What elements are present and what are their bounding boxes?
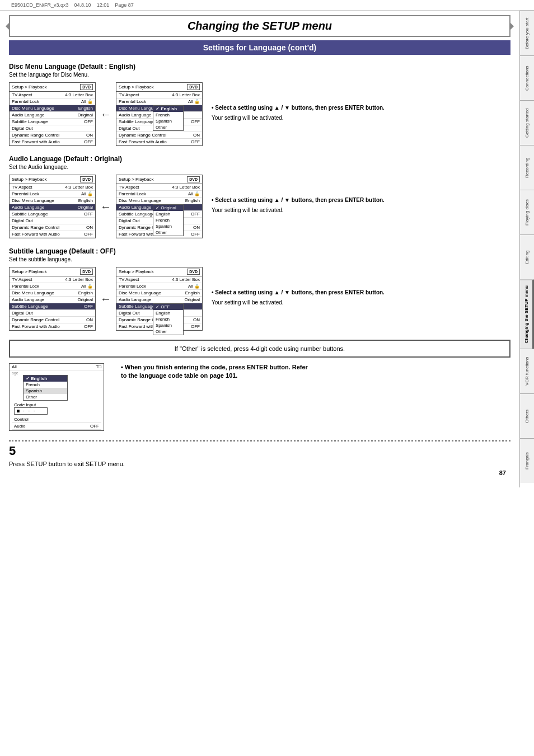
table-row: Parental LockAll 🔒 bbox=[10, 283, 95, 290]
right-panel-disc-menu: Setup > Playback DVD TV Aspect4:3 Letter… bbox=[116, 82, 203, 146]
arrow-icon: ← bbox=[100, 200, 111, 213]
arrow-icon: ← bbox=[100, 293, 111, 306]
table-row: Audio LanguageOriginal bbox=[10, 297, 95, 303]
section-disc-menu-language: Disc Menu Language (Default : English) S… bbox=[9, 63, 510, 146]
table-row: Fast Forward with AudioOFF bbox=[10, 231, 95, 238]
panels-group-disc-menu: Setup > Playback DVD TV Aspect4:3 Letter… bbox=[9, 82, 203, 146]
right-panel-header: Setup > Playback DVD bbox=[116, 83, 202, 92]
section-desc-subtitle: Set the subtitle language. bbox=[9, 256, 510, 262]
sidebar-tab-francais[interactable]: Français bbox=[520, 438, 534, 483]
step-instruction: Press SETUP button to exit SETUP menu. bbox=[9, 461, 510, 467]
right-sidebar: Before you start Connections Getting sta… bbox=[519, 11, 534, 487]
left-panel-subtitle: Setup > Playback DVD TV Aspect4:3 Letter… bbox=[9, 267, 96, 331]
step-number: 5 bbox=[9, 444, 510, 458]
table-row: Parental LockAll 🔒 bbox=[116, 283, 202, 290]
left-panel-disc-menu: Setup > Playback DVD TV Aspect4:3 Letter… bbox=[9, 82, 96, 146]
table-row: AudioOFF bbox=[12, 423, 101, 430]
table-row: Fast Forward with AudioOFF bbox=[10, 139, 95, 145]
table-row: Disc Menu LanguageEnglish bbox=[10, 198, 95, 204]
meta-bar: E9501CD_EN/FR_v3.qx3 04.8.10 12:01 Page … bbox=[0, 0, 534, 11]
right-panel-audio: Setup > Playback DVD TV Aspect4:3 Letter… bbox=[116, 175, 203, 238]
left-panel-audio: Setup > Playback DVD TV Aspect4:3 Letter… bbox=[9, 175, 96, 238]
table-row: Parental LockAll 🔒 bbox=[116, 98, 202, 105]
main-content: Changing the SETUP menu Settings for Lan… bbox=[0, 11, 519, 487]
meta-time: 12:01 bbox=[97, 2, 110, 8]
section-row-disc-menu: Setup > Playback DVD TV Aspect4:3 Letter… bbox=[9, 82, 510, 146]
section-row-subtitle: Setup > Playback DVD TV Aspect4:3 Letter… bbox=[9, 267, 510, 331]
meta-date: 04.8.10 bbox=[74, 2, 91, 8]
table-row: Subtitle LanguageOFF bbox=[10, 211, 95, 218]
sidebar-tab-getting-started[interactable]: Getting started bbox=[520, 100, 534, 145]
sidebar-tab-recording[interactable]: Recording bbox=[520, 145, 534, 190]
table-row: Subtitle Language ✓ OFF English French S… bbox=[116, 303, 202, 310]
code-entry-instructions: • When you finish entering the code, pre… bbox=[113, 363, 309, 383]
sidebar-tab-vcr-functions[interactable]: VCR functions bbox=[520, 349, 534, 393]
table-row: Subtitle LanguageOFF bbox=[10, 119, 95, 125]
table-row: Dynamic Range ControlON bbox=[10, 317, 95, 323]
step-divider bbox=[9, 440, 510, 442]
table-row: Disc Menu LanguageEnglish bbox=[10, 105, 95, 112]
sidebar-tab-others[interactable]: Others bbox=[520, 393, 534, 438]
left-panel-header: Setup > Playback DVD bbox=[10, 83, 95, 92]
table-row: TV Aspect4:3 Letter Box bbox=[10, 92, 95, 98]
code-menu-panel: AllT□ age ✓ English French Spanish Other… bbox=[9, 363, 104, 431]
instructions-disc-menu: • Select a setting using ▲ / ▼ buttons, … bbox=[206, 104, 510, 124]
info-box: If "Other" is selected, press 4-digit co… bbox=[9, 340, 510, 358]
table-row: TV Aspect4:3 Letter Box bbox=[10, 276, 95, 283]
section-desc-disc-menu: Set the language for Disc Menu. bbox=[9, 72, 510, 78]
table-row: Audio LanguageOriginal bbox=[116, 297, 202, 303]
instructions-audio: • Select a setting using ▲ / ▼ buttons, … bbox=[206, 196, 510, 217]
table-row: Disc Menu LanguageEnglish bbox=[116, 290, 202, 297]
instructions-subtitle: • Select a setting using ▲ / ▼ buttons, … bbox=[206, 289, 510, 309]
table-row: Audio Language ✓ Original English French… bbox=[116, 204, 202, 211]
sidebar-tab-editing[interactable]: Editing bbox=[520, 234, 534, 279]
table-row: Subtitle LanguageOFF bbox=[10, 303, 95, 310]
table-row: TV Aspect4:3 Letter Box bbox=[116, 184, 202, 191]
section-audio-language: Audio Language (Default : Original) Set … bbox=[9, 155, 510, 238]
table-row: TV Aspect4:3 Letter Box bbox=[116, 92, 202, 98]
sidebar-tab-setup-menu[interactable]: Changing the SETUP menu bbox=[520, 279, 534, 349]
table-row: TV Aspect4:3 Letter Box bbox=[10, 184, 95, 191]
table-row: Audio LanguageOriginal bbox=[10, 112, 95, 119]
section-header-audio: Audio Language (Default : Original) bbox=[9, 155, 510, 163]
table-row: Disc Menu LanguageEnglish bbox=[116, 198, 202, 204]
title-box: Changing the SETUP menu bbox=[9, 15, 510, 37]
meta-file: E9501CD_EN/FR_v3.qx3 bbox=[11, 2, 69, 8]
table-row: Digital Out bbox=[10, 125, 95, 132]
table-row: Fast Forward with AudioOFF bbox=[116, 139, 202, 145]
sidebar-tab-connections[interactable]: Connections bbox=[520, 55, 534, 100]
table-row: Dynamic Range ControlON bbox=[10, 224, 95, 231]
subtitle-bar: Settings for Language (cont'd) bbox=[9, 40, 510, 55]
code-entry-section: AllT□ age ✓ English French Spanish Other… bbox=[9, 363, 510, 431]
table-row: Parental LockAll 🔒 bbox=[116, 191, 202, 198]
panels-group-audio: Setup > Playback DVD TV Aspect4:3 Letter… bbox=[9, 175, 203, 238]
table-row: TV Aspect4:3 Letter Box bbox=[116, 276, 202, 283]
meta-page: Page 87 bbox=[115, 2, 134, 8]
sidebar-tab-before-you-start[interactable]: Before you start bbox=[520, 11, 534, 55]
table-row: Audio LanguageOriginal bbox=[10, 204, 95, 211]
table-row: Control bbox=[12, 416, 101, 423]
right-panel-subtitle: Setup > Playback DVD TV Aspect4:3 Letter… bbox=[116, 267, 203, 331]
table-row: Parental LockAll 🔒 bbox=[10, 191, 95, 198]
sidebar-tab-playing-discs[interactable]: Playing discs bbox=[520, 190, 534, 234]
table-row: Disc Menu LanguageEnglish bbox=[10, 290, 95, 297]
page-title: Changing the SETUP menu bbox=[188, 20, 332, 32]
table-row: Dynamic Range ControlON bbox=[116, 132, 202, 139]
table-row: Digital Out bbox=[10, 310, 95, 317]
panels-group-subtitle: Setup > Playback DVD TV Aspect4:3 Letter… bbox=[9, 267, 203, 331]
section-header-subtitle: Subtitle Language (Default : OFF) bbox=[9, 247, 510, 255]
table-row: AllT□ bbox=[10, 364, 104, 370]
section-subtitle-language: Subtitle Language (Default : OFF) Set th… bbox=[9, 247, 510, 331]
table-row: Digital Out bbox=[10, 218, 95, 224]
arrow-icon: ← bbox=[100, 108, 111, 121]
section-header-disc-menu: Disc Menu Language (Default : English) bbox=[9, 63, 510, 71]
section-row-audio: Setup > Playback DVD TV Aspect4:3 Letter… bbox=[9, 175, 510, 238]
page-number: 87 bbox=[9, 467, 510, 478]
table-row: Parental LockAll 🔒 bbox=[10, 98, 95, 105]
code-input-field[interactable]: ■ - - - bbox=[14, 407, 48, 415]
section-desc-audio: Set the Audio language. bbox=[9, 164, 510, 170]
table-row: Dynamic Range ControlON bbox=[10, 132, 95, 139]
table-row: Fast Forward with AudioOFF bbox=[10, 323, 95, 330]
content-wrapper: Changing the SETUP menu Settings for Lan… bbox=[0, 11, 534, 487]
table-row: Disc Menu Language ✓ English French Span… bbox=[116, 105, 202, 112]
